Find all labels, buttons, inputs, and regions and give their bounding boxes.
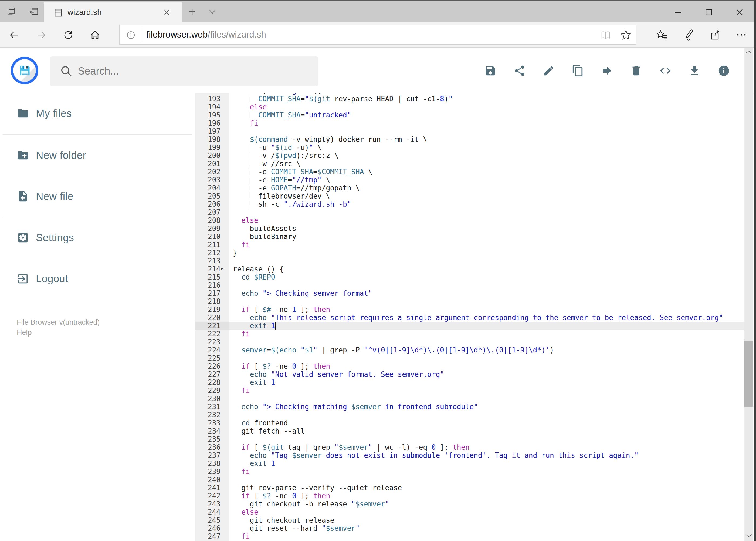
tab-preview-icon[interactable]	[6, 6, 16, 18]
sidebar-item-logout[interactable]: Logout	[0, 265, 195, 293]
code-line[interactable]: 227 echo "Not valid semver format. See s…	[195, 370, 744, 378]
code-editor[interactable]: 192 if [ -d ".git" ]; then193 COMMIT_SHA…	[195, 93, 744, 541]
tab-list-chevron-icon[interactable]	[208, 9, 216, 16]
code-line[interactable]: 206 sh -c "./wizard.sh -b"	[195, 200, 744, 208]
code-line[interactable]: 215 cd $REPO	[195, 273, 744, 281]
search-input[interactable]: Search...	[50, 56, 319, 86]
code-line[interactable]: 237 echo "Tag $semver does not exist in …	[195, 451, 744, 459]
delete-button[interactable]	[630, 65, 642, 77]
reading-view-icon[interactable]	[600, 29, 612, 42]
scroll-down-icon[interactable]	[745, 533, 752, 539]
code-line[interactable]: 193 COMMIT_SHA="$(git rev-parse HEAD | c…	[195, 95, 744, 103]
address-bar[interactable]: filebrowser.web/files/wizard.sh	[119, 25, 636, 45]
help-link[interactable]: Help	[17, 327, 32, 337]
code-line[interactable]: 205 filebrowser/dev \	[195, 192, 744, 200]
code-line[interactable]: 204 -e GOPATH=//tmp/gopath \	[195, 184, 744, 192]
code-line[interactable]: 235	[195, 435, 744, 443]
code-line[interactable]: 212}	[195, 249, 744, 257]
maximize-button[interactable]	[703, 7, 714, 19]
share-icon[interactable]	[709, 29, 722, 42]
code-line[interactable]: 239 fi	[195, 467, 744, 476]
app-logo[interactable]	[11, 57, 38, 84]
code-line[interactable]: 208 else	[195, 216, 744, 225]
tab-close-icon[interactable]	[163, 9, 170, 17]
code-line[interactable]: 226 if [ $? -ne 0 ]; then	[195, 362, 744, 370]
code-line[interactable]: 223	[195, 338, 744, 346]
address-url[interactable]: filebrowser.web/files/wizard.sh	[146, 29, 266, 40]
code-line[interactable]: 219 if [ $# -ne 1 ]; then	[195, 305, 744, 313]
code-line[interactable]: 244 else	[195, 508, 744, 516]
page-info-icon[interactable]	[126, 30, 136, 41]
code-line[interactable]: 200 -v /$(pwd):/src:z \	[195, 152, 744, 160]
code-line[interactable]: 201 -w //src \	[195, 160, 744, 168]
code-line[interactable]: 236 if [ $(git tag | grep "$semver" | wc…	[195, 443, 744, 451]
code-line[interactable]: 238 exit 1	[195, 459, 744, 467]
minimize-button[interactable]	[672, 7, 683, 19]
move-button[interactable]	[601, 65, 613, 77]
code-line[interactable]: 225	[195, 354, 744, 362]
code-line[interactable]: 194 else	[195, 103, 744, 111]
code-line[interactable]: 241 git rev-parse --verify --quiet relea…	[195, 484, 744, 492]
code-line[interactable]: 213	[195, 257, 744, 265]
scroll-up-icon[interactable]	[745, 50, 752, 55]
code-line[interactable]: 207	[195, 208, 744, 216]
sidebar-item-new-folder[interactable]: New folder	[0, 141, 195, 169]
code-line[interactable]: 246 git reset --hard "$semver"	[195, 524, 744, 532]
code-line[interactable]: 218	[195, 297, 744, 305]
copy-button[interactable]	[572, 65, 584, 77]
code-line[interactable]: 234 git fetch --all	[195, 427, 744, 435]
edit-button[interactable]	[543, 65, 555, 77]
code-line[interactable]: 230	[195, 395, 744, 403]
info-button[interactable]	[718, 65, 730, 77]
code-line[interactable]: 203 -e HOME="//tmp" \	[195, 176, 744, 184]
refresh-icon[interactable]	[63, 30, 74, 42]
code-line[interactable]: 245 git checkout release	[195, 516, 744, 524]
code-line[interactable]: 229 fi	[195, 386, 744, 395]
code-line[interactable]: 211 fi	[195, 241, 744, 249]
more-options-icon[interactable]	[735, 29, 748, 42]
code-line[interactable]: 214▾release () {	[195, 265, 744, 273]
code-line[interactable]: 231 echo "> Checking matching $semver in…	[195, 403, 744, 411]
home-icon[interactable]	[90, 30, 101, 42]
sidebar-item-new-file[interactable]: New file	[0, 182, 195, 211]
code-line[interactable]: 224 semver=$(echo "$1" | grep -P '^v(0|[…	[195, 346, 744, 354]
code-view-button[interactable]	[659, 65, 671, 77]
code-line[interactable]: 202 -e COMMIT_SHA=$COMMIT_SHA \	[195, 168, 744, 176]
code-line[interactable]: 240	[195, 476, 744, 484]
code-line[interactable]: 233 cd frontend	[195, 419, 744, 427]
favorite-star-icon[interactable]	[620, 29, 632, 42]
fold-marker-icon[interactable]: ▾	[220, 265, 223, 273]
code-line[interactable]: 220 echo "This release script requires a…	[195, 313, 744, 322]
code-line[interactable]: 232	[195, 411, 744, 419]
code-line[interactable]: 199 -u "$(id -u)" \	[195, 144, 744, 152]
forward-icon[interactable]	[36, 30, 46, 42]
sidebar-item-settings[interactable]: Settings	[0, 224, 195, 252]
code-line[interactable]: 195 COMMIT_SHA="untracked"	[195, 111, 744, 119]
code-line[interactable]: 222 fi	[195, 330, 744, 338]
code-line[interactable]: 210 buildBinary	[195, 233, 744, 241]
set-aside-tabs-icon[interactable]	[29, 6, 39, 18]
code-line[interactable]: 221 exit 1	[195, 322, 744, 330]
close-window-button[interactable]	[734, 7, 745, 19]
new-tab-button[interactable]	[188, 7, 196, 17]
save-button[interactable]	[484, 65, 497, 77]
share-file-button[interactable]	[513, 65, 526, 77]
code-line[interactable]: 217 echo "> Checking semver format"	[195, 289, 744, 297]
back-icon[interactable]	[9, 30, 20, 42]
code-line[interactable]: 243 git checkout -b release "$semver"	[195, 500, 744, 508]
vertical-scrollbar[interactable]	[744, 48, 753, 541]
web-note-pen-icon[interactable]	[683, 29, 695, 42]
code-line[interactable]: 228 exit 1	[195, 378, 744, 386]
code-line[interactable]: 198 $(command -v winpty) docker run --rm…	[195, 135, 744, 144]
scrollbar-thumb[interactable]	[744, 340, 753, 407]
code-line[interactable]: 216	[195, 281, 744, 289]
code-line[interactable]: 197	[195, 127, 744, 135]
browser-tab-active[interactable]: wizard.sh	[44, 2, 182, 22]
code-line[interactable]: 247 fi	[195, 532, 744, 540]
code-line[interactable]: 196 fi	[195, 119, 744, 127]
code-line[interactable]: 209 buildAssets	[195, 225, 744, 233]
code-line[interactable]: 242 if [ $? -ne 0 ]; then	[195, 492, 744, 500]
sidebar-item-my-files[interactable]: My files	[0, 99, 195, 128]
download-button[interactable]	[688, 65, 701, 77]
hub-favorites-icon[interactable]	[656, 29, 668, 42]
